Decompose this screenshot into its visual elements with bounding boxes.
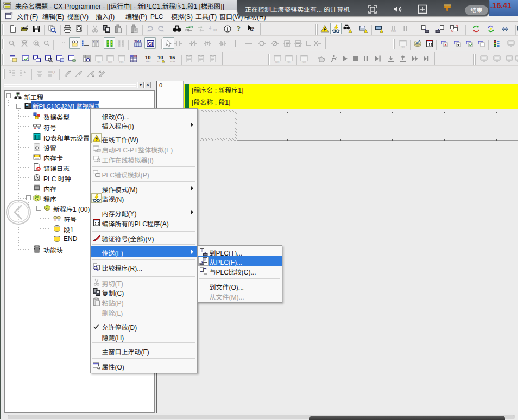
svg-text:ron: ron bbox=[146, 60, 150, 63]
svg-text:CI: CI bbox=[148, 41, 153, 47]
svg-text:ron: ron bbox=[108, 60, 112, 63]
svg-text:SMA: SMA bbox=[134, 40, 142, 43]
svg-text:ron: ron bbox=[302, 60, 306, 63]
svg-text:Q: Q bbox=[52, 70, 55, 74]
svg-text:ron: ron bbox=[401, 45, 405, 48]
svg-text:ron: ron bbox=[391, 29, 396, 33]
svg-text:BIN: BIN bbox=[134, 55, 137, 58]
svg-text:ron: ron bbox=[170, 60, 175, 63]
svg-text:ro: ro bbox=[157, 60, 160, 63]
svg-text:ron: ron bbox=[97, 60, 100, 63]
svg-text:ron: ron bbox=[287, 60, 290, 63]
svg-text:ron: ron bbox=[119, 60, 123, 63]
svg-text:+B: +B bbox=[212, 28, 217, 32]
svg-text:ron: ron bbox=[275, 60, 279, 63]
svg-text:?: ? bbox=[237, 25, 241, 33]
svg-text:?: ? bbox=[251, 26, 255, 32]
